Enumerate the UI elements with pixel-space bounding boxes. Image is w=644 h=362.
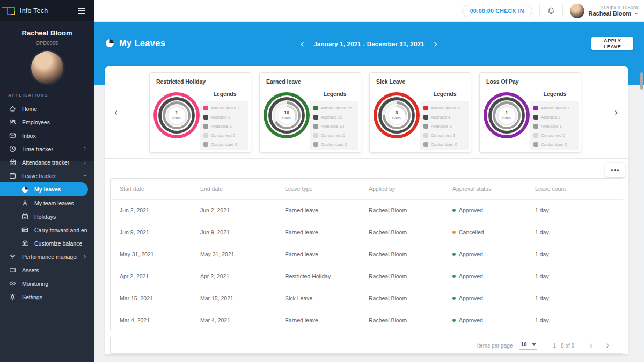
legend-item: Customized 0 (423, 140, 469, 149)
sidebar-item-home[interactable]: Home (0, 102, 94, 115)
legend-swatch (533, 124, 538, 129)
sidebar-item-monitoring[interactable]: Monitoring (0, 277, 94, 290)
pagination-prev-icon[interactable] (588, 343, 594, 349)
sidebar-item-carry-forward-and-encashm[interactable]: Carry forward and encashm (0, 223, 94, 237)
prev-period-chevron-icon[interactable] (299, 41, 305, 47)
sidebar-item-my-team-leaves[interactable]: My team leaves (0, 196, 94, 210)
leave-card-sick-leave: Sick Leave3daysLegendsAnnual quota 4Accr… (369, 72, 471, 153)
legend-swatch (313, 115, 318, 120)
sidebar-item-time-tracker[interactable]: Time tracker (0, 142, 94, 156)
sidebar-item-employees[interactable]: Employees (0, 115, 94, 129)
carousel-right-arrow-icon[interactable] (610, 107, 622, 119)
leave-card-loss-of-pay: Loss Of Pay1daysLegendsAnnual quota 1Acc… (479, 72, 581, 153)
sidebar-item-my-leaves[interactable]: My leaves (0, 182, 88, 196)
date-range-label: January 1, 2021 - December 31, 2021 (313, 41, 424, 47)
column-header-start-date: Start date (120, 186, 200, 192)
table-row[interactable]: May 31, 2021May 31, 2021Earned leaveRach… (111, 243, 623, 265)
leave-card-title: Restricted Holiday (156, 78, 206, 85)
content-panel: Restricted Holiday1daysLegendsAnnual quo… (105, 66, 628, 354)
table-row[interactable]: Mar 15, 2021Mar 15, 2021Sick LeaveRachea… (111, 287, 623, 309)
items-per-page-value: 10 (521, 342, 526, 348)
sidebar-item-inbox[interactable]: Inbox (0, 129, 94, 142)
cell-end-date: Mar 15, 2021 (200, 295, 285, 301)
cell-approval-status: Approved (452, 317, 535, 323)
sidebar-item-attendance-tracker[interactable]: Attendance tracker (0, 156, 94, 169)
legend-list: Annual quota 1Accrued 1Available 1Consum… (530, 101, 579, 150)
items-per-page-select[interactable]: 10 (519, 342, 537, 350)
chevron-right-icon (83, 146, 87, 151)
legend-label: Accrued 1 (211, 115, 230, 120)
table-row[interactable]: Jun 9, 2021Jun 9, 2021Earned leaveRachea… (111, 221, 623, 243)
table-row[interactable]: Mar 4, 2021Mar 4, 2021Earned leaveRachea… (111, 309, 623, 331)
brand-name: Info Tech (20, 7, 48, 14)
hamburger-menu-icon[interactable] (76, 6, 87, 16)
cell-leave-count: 1 day (535, 317, 623, 323)
leave-cards-carousel: Restricted Holiday1daysLegendsAnnual quo… (105, 66, 628, 159)
scrollbar-thumb[interactable] (640, 72, 643, 90)
sidebar-item-holidays[interactable]: Holidays (0, 210, 94, 223)
sidebar-item-label: Leave tracker (22, 173, 56, 179)
cell-start-date: Jun 9, 2021 (120, 229, 200, 235)
legend-label: Consumed 0 (211, 133, 235, 138)
legends-title: Legends (531, 91, 579, 97)
user-menu[interactable]: 1920px × 1080px Racheal Bloom (570, 4, 641, 18)
legend-item: Consumed 1 (423, 131, 469, 140)
sidebar-item-performance-management[interactable]: Performance management (0, 250, 94, 263)
legend-swatch (423, 133, 428, 138)
column-header-leave-count: Leave count (535, 186, 623, 192)
legend-label: Consumed 5 (321, 133, 345, 138)
eye-icon (9, 280, 16, 287)
legends-title: Legends (421, 91, 469, 97)
legend-swatch (313, 106, 318, 110)
table-row[interactable]: Apr 2, 2021Apr 2, 2021Restricted Holiday… (111, 265, 623, 287)
sidebar-item-assets[interactable]: Assets (0, 263, 94, 277)
signal-icon (9, 253, 16, 260)
sidebar-item-label: Inbox (22, 132, 36, 139)
status-dot (452, 319, 456, 322)
applications-section-label: APPLICATIONS (8, 93, 94, 98)
legends-title: Legends (201, 91, 248, 97)
legend-list: Annual quota 4Accrued 4Available 3Consum… (420, 101, 469, 150)
carousel-left-arrow-icon[interactable] (110, 107, 122, 119)
donut-center-unit: days (502, 115, 511, 121)
leave-donut-chart: 1days (484, 92, 530, 138)
pagination-next-icon[interactable] (605, 343, 611, 349)
cell-leave-type: Earned leave (285, 229, 369, 235)
legend-item: Customized 0 (533, 140, 579, 149)
donut-center-unit: days (392, 115, 401, 121)
chevron-right-icon (83, 160, 87, 165)
clock-icon (9, 145, 16, 152)
chevron-down-icon (83, 173, 87, 178)
legend-item: Consumed 0 (203, 131, 248, 140)
more-options-button[interactable] (605, 163, 625, 177)
cell-leave-type: Earned leave (285, 317, 369, 323)
legend-swatch (313, 124, 318, 129)
legend-swatch (423, 124, 428, 129)
select-caret-icon (532, 343, 536, 346)
sidebar-item-label: Employees (22, 119, 50, 125)
apply-leave-button[interactable]: APPLY LEAVE (591, 37, 633, 50)
donut-center-value: 3 (395, 110, 398, 115)
sidebar-item-customize-balance[interactable]: Customize balance (0, 237, 94, 250)
cell-applied-by: Racheal Bloom (369, 295, 452, 301)
notifications-bell-icon[interactable] (547, 6, 555, 15)
check-in-button[interactable]: 00:00:00 CHECK IN (462, 5, 532, 17)
next-period-chevron-icon[interactable] (433, 41, 438, 47)
cal-icon (9, 172, 16, 179)
mail-icon (9, 132, 16, 139)
profile-avatar[interactable] (31, 51, 63, 84)
sidebar-item-settings[interactable]: Settings (0, 290, 94, 304)
legend-label: Consumed 1 (431, 133, 455, 138)
status-label: Approved (459, 317, 483, 323)
leave-card-restricted-holiday: Restricted Holiday1daysLegendsAnnual quo… (149, 72, 251, 153)
cell-leave-count: 1 day (535, 229, 623, 235)
status-label: Approved (459, 207, 483, 213)
chevron-down-icon (634, 11, 639, 16)
legend-item: Consumed 5 (313, 131, 358, 140)
table-row[interactable]: Jun 2, 2021Jun 2, 2021Earned leaveRachea… (111, 199, 623, 221)
legend-swatch (533, 133, 538, 138)
topbar-user-name: Racheal Bloom (589, 10, 631, 17)
sidebar-item-leave-tracker[interactable]: Leave tracker (0, 169, 94, 182)
legend-item: Accrued 1 (533, 113, 579, 122)
gear-icon (9, 293, 16, 300)
